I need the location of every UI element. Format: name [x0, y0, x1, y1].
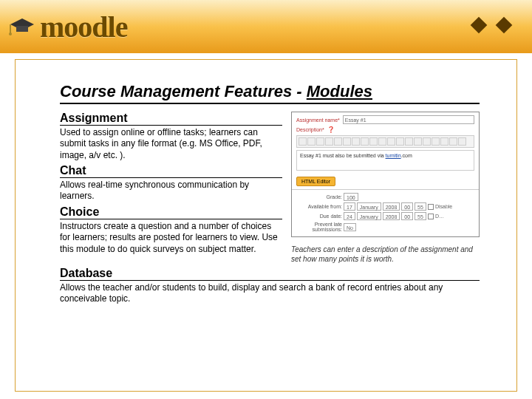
- title-prefix: Course Management Features -: [60, 82, 307, 100]
- database-desc: Allows the teacher and/or students to bu…: [60, 282, 480, 305]
- assignment-heading: Assignment: [60, 112, 282, 126]
- html-editor-badge: HTML Editor: [296, 177, 335, 186]
- editor-content: Essay #1 must also be submitted via turn…: [296, 150, 474, 171]
- checkbox-icon: [428, 214, 434, 219]
- title-emphasis: Modules: [307, 82, 372, 100]
- brand-name: moodle: [40, 10, 127, 44]
- prevent-label: Prevent late submissions:: [296, 222, 342, 232]
- database-heading: Database: [60, 267, 480, 281]
- prevent-value: No: [344, 223, 356, 231]
- shot-desc-label: Description*: [296, 127, 324, 132]
- nav-next-icon[interactable]: [496, 17, 513, 34]
- shot-name-label: Assignment name*: [296, 117, 340, 123]
- svg-rect-1: [16, 26, 28, 32]
- due-label: Due date:: [296, 214, 342, 219]
- choice-heading: Choice: [60, 205, 282, 219]
- checkbox-icon: [428, 204, 434, 210]
- page-title: Course Management Features - Modules: [60, 82, 480, 104]
- toolbar-icon: [299, 137, 307, 146]
- svg-point-3: [9, 33, 12, 35]
- nav-prev-icon[interactable]: [471, 17, 488, 34]
- assignment-desc: Used to assign online or offline tasks; …: [60, 127, 282, 161]
- slide-body: Course Management Features - Modules Ass…: [15, 59, 517, 392]
- chat-desc: Allows real-time synchronous communicati…: [60, 180, 282, 202]
- shot-name-value: Essay #1: [343, 115, 474, 124]
- grade-label: Grade:: [296, 194, 342, 200]
- logo-cap-icon: [7, 16, 37, 38]
- avail-label: Available from:: [296, 204, 342, 209]
- choice-desc: Instructors create a question and a numb…: [60, 221, 282, 255]
- chat-heading: Chat: [60, 164, 282, 178]
- assignment-screenshot: Assignment name* Essay #1 Description* ❓…: [291, 112, 480, 237]
- grade-value: 100: [344, 193, 358, 201]
- screenshot-column: Assignment name* Essay #1 Description* ❓…: [291, 109, 480, 264]
- modules-column: Assignment Used to assign online or offl…: [60, 109, 282, 264]
- header-bar: moodle: [0, 0, 532, 53]
- help-icon: ❓: [327, 126, 335, 133]
- screenshot-caption: Teachers can enter a description of the …: [291, 245, 480, 264]
- editor-toolbar: [296, 135, 474, 148]
- nav-controls: [473, 19, 510, 31]
